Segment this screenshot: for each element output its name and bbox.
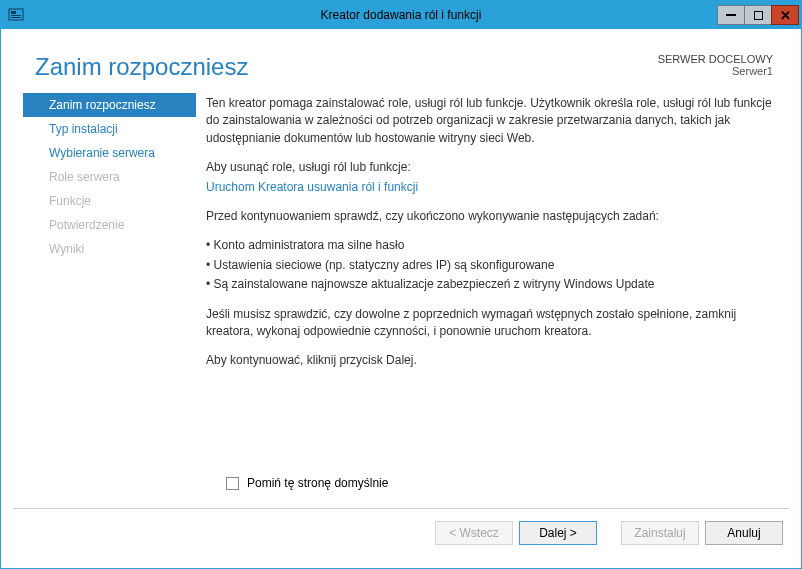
skip-page-label: Pomiń tę stronę domyślnie	[247, 476, 388, 490]
page-title: Zanim rozpoczniesz	[35, 53, 248, 81]
remove-intro-text: Aby usunąć role, usługi ról lub funkcje:	[206, 159, 773, 176]
svg-rect-3	[11, 17, 21, 18]
remove-roles-link[interactable]: Uruchom Kreatora usuwania ról i funkcji	[206, 180, 418, 194]
step-confirmation: Potwierdzenie	[1, 213, 196, 237]
title-bar: Kreator dodawania ról i funkcji ✕	[1, 1, 801, 29]
list-item: Ustawienia sieciowe (np. statyczny adres…	[206, 257, 773, 274]
wizard-footer: < Wstecz Dalej > Zainstaluj Anuluj	[13, 508, 789, 557]
before-continue-text: Przed kontynuowaniem sprawdź, czy ukończ…	[206, 208, 773, 225]
next-button[interactable]: Dalej >	[519, 521, 597, 545]
wizard-content: Ten kreator pomaga zainstalować role, us…	[196, 87, 801, 482]
window-title: Kreator dodawania ról i funkcji	[1, 8, 801, 22]
back-button: < Wstecz	[435, 521, 513, 545]
step-features: Funkcje	[1, 189, 196, 213]
close-button[interactable]: ✕	[771, 5, 799, 25]
continue-hint-text: Aby kontynuować, kliknij przycisk Dalej.	[206, 352, 773, 369]
list-item: Konto administratora ma silne hasło	[206, 237, 773, 254]
list-item: Są zainstalowane najnowsze aktualizacje …	[206, 276, 773, 293]
install-button: Zainstaluj	[621, 521, 699, 545]
window-controls: ✕	[718, 5, 799, 25]
intro-text: Ten kreator pomaga zainstalować role, us…	[206, 95, 773, 147]
cancel-button[interactable]: Anuluj	[705, 521, 783, 545]
svg-rect-2	[11, 15, 21, 16]
target-server-label: SERWER DOCELOWY	[658, 53, 773, 65]
step-server-selection[interactable]: Wybieranie serwera	[1, 141, 196, 165]
prerequisite-list: Konto administratora ma silne hasło Usta…	[206, 237, 773, 293]
target-server-value: Serwer1	[658, 65, 773, 77]
skip-page-checkbox[interactable]	[226, 477, 239, 490]
maximize-button[interactable]	[744, 5, 772, 25]
step-results: Wyniki	[1, 237, 196, 261]
minimize-button[interactable]	[717, 5, 745, 25]
wizard-header: Zanim rozpoczniesz SERWER DOCELOWY Serwe…	[1, 29, 801, 87]
wizard-steps-sidebar: Zanim rozpoczniesz Typ instalacji Wybier…	[1, 87, 196, 482]
step-before-you-begin[interactable]: Zanim rozpoczniesz	[23, 93, 196, 117]
svg-rect-1	[11, 11, 16, 14]
step-server-roles: Role serwera	[1, 165, 196, 189]
step-installation-type[interactable]: Typ instalacji	[1, 117, 196, 141]
target-server-info: SERWER DOCELOWY Serwer1	[658, 53, 773, 77]
app-icon	[5, 4, 27, 26]
if-check-text: Jeśli musisz sprawdzić, czy dowolne z po…	[206, 306, 773, 341]
svg-rect-0	[9, 9, 23, 20]
